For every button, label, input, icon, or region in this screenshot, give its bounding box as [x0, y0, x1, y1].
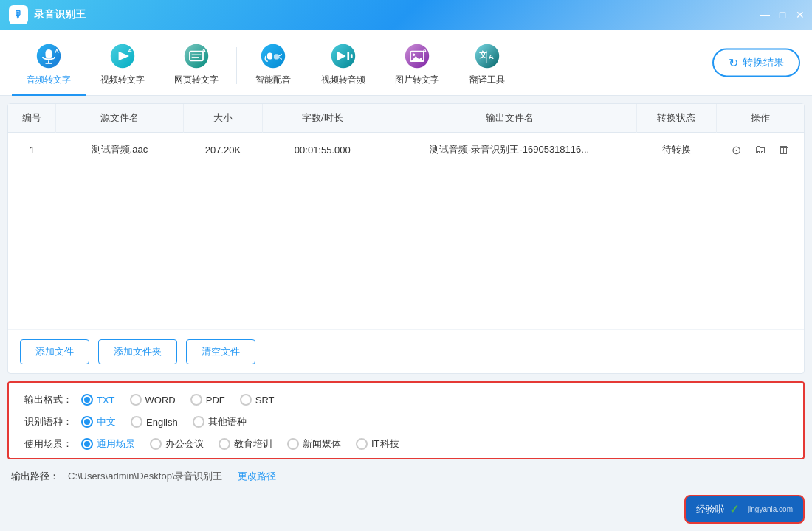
scene-education-label: 教育培训 — [234, 437, 272, 451]
scene-news[interactable]: 新闻媒体 — [287, 437, 341, 451]
empty-space-row — [8, 167, 804, 330]
scene-education[interactable]: 教育培训 — [219, 437, 272, 451]
svg-text:A: A — [55, 48, 59, 55]
file-name: 测试音频.aac — [56, 133, 183, 167]
scene-it[interactable]: IT科技 — [356, 437, 399, 451]
table-row: 1 测试音频.aac 207.20K 00:01:55.000 测试音频-录音识… — [8, 133, 804, 167]
col-header-output: 输出文件名 — [382, 104, 637, 133]
scene-it-radio[interactable] — [356, 438, 368, 450]
tab-webpage-to-text[interactable]: A 网页转文字 — [159, 35, 233, 96]
audio-to-text-icon: A — [34, 41, 63, 71]
scene-office-radio[interactable] — [150, 438, 162, 450]
svg-text:A: A — [489, 52, 494, 60]
lang-english[interactable]: English — [131, 416, 178, 428]
format-word-label: WORD — [145, 395, 176, 406]
lang-other[interactable]: 其他语种 — [193, 415, 247, 428]
logo-icon: 🎙 — [13, 9, 24, 21]
minimize-button[interactable]: — — [759, 9, 771, 21]
window-controls: — □ ✕ — [759, 9, 806, 21]
format-srt-radio[interactable] — [240, 394, 252, 406]
col-header-action: 操作 — [716, 104, 804, 133]
tab-audio-to-text[interactable]: A 音频转文字 — [12, 35, 86, 96]
scene-office[interactable]: 办公会议 — [150, 437, 204, 451]
tab-divider — [236, 47, 237, 84]
scene-news-radio[interactable] — [287, 438, 299, 450]
svg-rect-14 — [267, 52, 272, 59]
settings-panel: 输出格式： TXT WORD PDF SRT 识别语种： — [7, 381, 805, 459]
maximize-button[interactable]: □ — [777, 9, 788, 21]
tab-video-to-audio-label: 视频转音频 — [321, 74, 365, 86]
format-pdf-radio[interactable] — [190, 394, 202, 406]
lang-other-label: 其他语种 — [208, 415, 247, 428]
file-actions: ⊙ 🗂 🗑 — [716, 133, 804, 167]
format-srt-label: SRT — [255, 395, 275, 406]
lang-other-radio[interactable] — [193, 416, 204, 428]
row-action-icons: ⊙ 🗂 🗑 — [725, 142, 795, 158]
lang-english-label: English — [146, 417, 178, 428]
tab-translate-tool-label: 翻译工具 — [469, 74, 505, 86]
file-duration: 00:01:55.000 — [263, 133, 382, 167]
col-header-filename: 源文件名 — [56, 104, 183, 133]
svg-rect-1 — [46, 49, 52, 59]
app-title: 录音识别王 — [34, 8, 86, 21]
webpage-to-text-icon: A — [182, 41, 211, 71]
scene-general-radio[interactable] — [81, 438, 93, 450]
output-path-label: 输出路径： — [7, 470, 59, 483]
file-status: 待转换 — [637, 133, 717, 167]
scene-education-radio[interactable] — [219, 438, 230, 450]
close-button[interactable]: ✕ — [794, 9, 806, 21]
format-txt-radio[interactable] — [81, 394, 93, 406]
titlebar: 🎙 录音识别王 — □ ✕ — [0, 0, 812, 30]
format-txt[interactable]: TXT — [81, 394, 115, 406]
translate-tool-icon: 文 A — [472, 41, 502, 71]
tab-video-to-text[interactable]: A 视频转文字 — [86, 35, 159, 96]
file-id: 1 — [8, 133, 56, 167]
scene-it-label: IT科技 — [371, 437, 399, 451]
add-file-button[interactable]: 添加文件 — [20, 339, 89, 364]
change-path-button[interactable]: 更改路径 — [238, 470, 276, 483]
svg-rect-15 — [274, 54, 279, 59]
output-path-row: 输出路径： C:\Users\admin\Desktop\录音识别王 更改路径 — [7, 465, 805, 487]
lang-chinese[interactable]: 中文 — [81, 415, 116, 428]
tab-smart-dubbing[interactable]: 智能配音 — [240, 35, 306, 96]
tab-audio-to-text-label: 音频转文字 — [27, 74, 71, 86]
svg-rect-21 — [351, 54, 353, 58]
convert-result-button[interactable]: ↻ 转换结果 — [712, 48, 800, 77]
delete-icon[interactable]: 🗑 — [776, 142, 792, 158]
preview-icon[interactable]: ⊙ — [729, 142, 745, 158]
format-word[interactable]: WORD — [130, 394, 176, 406]
col-header-duration: 字数/时长 — [263, 104, 382, 133]
format-txt-label: TXT — [97, 395, 115, 406]
scene-general[interactable]: 通用场景 — [81, 437, 135, 451]
format-word-radio[interactable] — [130, 394, 142, 406]
image-to-text-icon: A — [402, 41, 432, 71]
tab-video-to-text-label: 视频转文字 — [100, 74, 145, 86]
tab-image-to-text-label: 图片转文字 — [395, 74, 439, 86]
smart-dubbing-icon — [258, 41, 288, 71]
tab-smart-dubbing-label: 智能配音 — [255, 74, 291, 86]
output-path-value: C:\Users\admin\Desktop\录音识别王 — [68, 470, 223, 483]
check-icon: ✓ — [729, 502, 739, 516]
add-folder-button[interactable]: 添加文件夹 — [98, 339, 177, 364]
convert-spinner-icon: ↻ — [729, 55, 738, 69]
scene-radio-group: 通用场景 办公会议 教育培训 新闻媒体 IT科技 — [81, 437, 399, 451]
clear-files-button[interactable]: 清空文件 — [186, 339, 255, 364]
file-size: 207.20K — [183, 133, 263, 167]
tab-image-to-text[interactable]: A 图片转文字 — [380, 35, 454, 96]
format-row: 输出格式： TXT WORD PDF SRT — [21, 393, 791, 406]
watermark-site: jingyania.com — [748, 505, 793, 513]
file-table: 编号 源文件名 大小 字数/时长 输出文件名 转换状态 操作 1 测试音频.aa… — [8, 104, 804, 330]
svg-point-13 — [261, 44, 285, 67]
video-to-audio-icon — [328, 41, 358, 71]
watermark-badge: 经验啦 ✓ jingyania.com — [684, 495, 805, 524]
lang-chinese-radio[interactable] — [81, 416, 93, 428]
lang-english-radio[interactable] — [131, 416, 142, 428]
format-pdf[interactable]: PDF — [190, 394, 225, 406]
format-srt[interactable]: SRT — [240, 394, 275, 406]
tab-video-to-audio[interactable]: 视频转音频 — [306, 35, 380, 96]
file-output: 测试音频-录音识别王-16905318116... — [382, 133, 637, 167]
format-pdf-label: PDF — [206, 395, 225, 406]
file-list-panel: 编号 源文件名 大小 字数/时长 输出文件名 转换状态 操作 1 测试音频.aa… — [7, 103, 805, 374]
tab-translate-tool[interactable]: 文 A 翻译工具 — [454, 35, 520, 96]
folder-icon[interactable]: 🗂 — [752, 142, 768, 158]
